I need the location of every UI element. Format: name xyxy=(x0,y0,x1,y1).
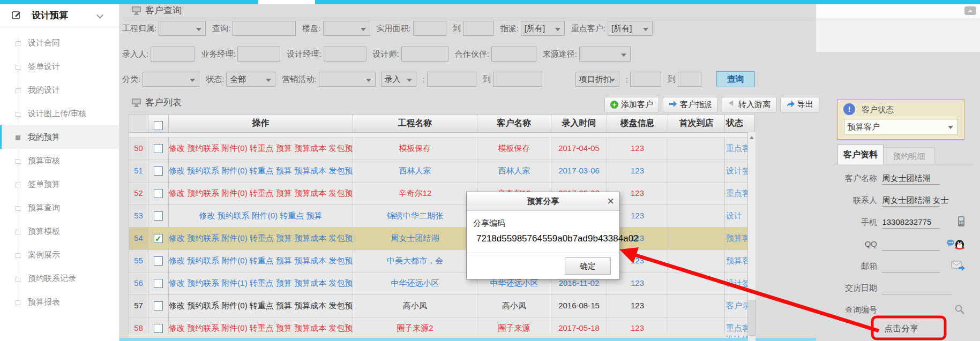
sidebar-item-label: 设计合同 xyxy=(28,38,60,47)
search-icon[interactable] xyxy=(954,304,965,317)
biz-manager-input[interactable] xyxy=(237,47,280,62)
project-name-cell[interactable]: 高小凤 xyxy=(353,295,477,317)
field-email: 邮箱 xyxy=(834,260,975,274)
row-operation-links[interactable]: 修改 预约联系 附件(0) 转重点 预算 预算成本 发包预算 xyxy=(169,295,353,317)
email-value[interactable] xyxy=(882,260,940,272)
filter-row-1: 工程归属: 查询: 楼盘: 实用面积: 到 指派: [所有] 重点客户: [所有… xyxy=(122,21,653,36)
mobile-value[interactable]: 13308232775 xyxy=(882,216,940,229)
search-input[interactable] xyxy=(233,21,296,36)
row-operation-links[interactable]: 修改 预约联系 附件(0) 转重点 预算 预算成本 发包预算 xyxy=(169,138,353,160)
row-operation-links[interactable]: 修改 预约联系 附件(0) 转重点 预算 预算成本 发包预算 xyxy=(169,183,353,204)
row-checkbox[interactable] xyxy=(148,205,169,227)
row-operation-links[interactable]: 修改 预约联系 附件(0) 转重点 预算 xyxy=(169,205,353,227)
customer-name-value[interactable]: 周女士团结湖 xyxy=(882,172,940,185)
designer-label: 设计师: xyxy=(373,49,399,59)
state-select[interactable]: 全部 xyxy=(226,72,275,87)
sidebar-item[interactable]: 预算审核 xyxy=(0,149,119,172)
sidebar-item[interactable]: 案例展示 xyxy=(0,243,119,267)
sidebar-item[interactable]: 设计合同 xyxy=(0,31,119,55)
project-owner-select[interactable] xyxy=(159,21,206,36)
mail-forward-icon[interactable] xyxy=(951,260,965,273)
building-info-cell: 123 xyxy=(607,138,668,160)
list-toolbar: + 添加客户 客户指派 转入游离 导出 xyxy=(604,97,819,112)
row-checkbox[interactable] xyxy=(148,183,169,204)
customer-status-select[interactable]: 预算客户 xyxy=(844,119,958,134)
campaign-select[interactable] xyxy=(319,72,376,87)
collapse-panel-button[interactable] xyxy=(964,6,976,15)
contact-value[interactable]: 周女士团结湖 女士 xyxy=(882,194,940,207)
customer-name-label: 客户名称 xyxy=(834,172,877,184)
query-button[interactable]: 查询 xyxy=(716,71,755,87)
source-select[interactable] xyxy=(579,47,631,62)
entry-person-input[interactable] xyxy=(151,47,194,62)
sidebar-item[interactable]: 预算查询 xyxy=(0,196,119,219)
tab-appointment-detail[interactable]: 预约明细 xyxy=(884,147,935,164)
project-name-cell[interactable]: 辛奇尔12 xyxy=(353,183,477,204)
partner-input[interactable] xyxy=(491,47,536,62)
header-status: 状态 xyxy=(725,115,748,132)
row-checkbox[interactable] xyxy=(148,138,169,160)
tab-customer-info[interactable]: 客户资料 xyxy=(837,145,884,164)
qq-icon[interactable] xyxy=(947,238,965,252)
sidebar-item[interactable]: 签单设计 xyxy=(0,55,119,78)
field-mobile: 手机 13308232775 xyxy=(834,216,975,230)
scroll-up-icon[interactable] xyxy=(749,134,754,141)
row-operation-links[interactable]: 修改 预约联系 附件(0) 转重点 预算 预算成本 发包预算 xyxy=(169,250,353,272)
delivery-date-value[interactable] xyxy=(882,282,952,294)
date-to-input[interactable] xyxy=(493,72,542,87)
designer-input[interactable] xyxy=(401,47,448,62)
project-name-cell[interactable]: 中美大都市，会 xyxy=(353,250,477,272)
vip-select[interactable]: [所有] xyxy=(608,21,653,36)
status-cell: 设计签 xyxy=(725,160,748,182)
date-from-input[interactable] xyxy=(427,72,476,87)
ok-button[interactable]: 确定 xyxy=(565,257,611,275)
row-operation-links[interactable]: 修改 预约联系 附件(0) 转重点 预算 预算成本 发包预算 xyxy=(169,228,353,249)
phone-icon[interactable] xyxy=(957,216,965,229)
row-checkbox[interactable] xyxy=(148,272,169,294)
project-name-cell[interactable]: 中华还远小区 xyxy=(353,272,477,294)
row-operation-links[interactable]: 修改 预约联系 附件(0) 转重点 预算 预算成本 发包预算 xyxy=(169,160,353,182)
row-operation-links[interactable]: 修改 预约联系 附件(1) 转重点 预算 预算成本 发包预算 xyxy=(169,272,353,294)
category-select[interactable] xyxy=(143,72,199,87)
sidebar-root-item[interactable]: 设计预算 xyxy=(0,4,119,27)
export-button[interactable]: 导出 xyxy=(780,97,819,112)
assign-customer-button[interactable]: 客户指派 xyxy=(663,97,718,112)
row-checkbox[interactable] xyxy=(148,295,169,317)
click-to-share-link[interactable]: 点击分享 xyxy=(884,323,918,335)
status-cell: 重点客 xyxy=(725,138,748,160)
qq-value[interactable] xyxy=(882,238,940,251)
discount-from-input[interactable] xyxy=(630,72,661,87)
sidebar-item[interactable]: 预算模板 xyxy=(0,219,119,243)
scrollbar-thumb[interactable] xyxy=(749,300,755,336)
row-checkbox[interactable] xyxy=(148,250,169,272)
sidebar-item[interactable]: 设计图上传/审核 xyxy=(0,102,119,125)
assign-select[interactable]: [所有] xyxy=(521,21,565,36)
query-number-value[interactable] xyxy=(882,304,940,316)
bullet-icon xyxy=(16,277,20,282)
discount-to-input[interactable] xyxy=(678,72,701,87)
sidebar-item[interactable]: 签单预算 xyxy=(0,172,119,196)
project-name-cell[interactable]: 锦绣中华二期张 xyxy=(353,205,477,227)
field-delivery-date: 交房日期 xyxy=(834,282,975,296)
discount-select[interactable]: 项目折扣 xyxy=(575,72,619,87)
to-free-button[interactable]: 转入游离 xyxy=(722,97,776,112)
sidebar-item[interactable]: 预算报表 xyxy=(0,290,119,314)
building-select[interactable] xyxy=(323,21,370,36)
project-name-cell[interactable]: 模板保存 xyxy=(353,138,477,160)
date-type-select[interactable]: 录入 xyxy=(381,72,416,87)
sidebar-item[interactable]: 我的预算 xyxy=(0,125,119,149)
project-name-cell[interactable]: 周女士团结湖 xyxy=(353,228,477,249)
project-name-cell[interactable]: 西林人家 xyxy=(353,160,477,182)
sidebar-item[interactable]: 预约联系记录 xyxy=(0,267,119,290)
add-customer-button[interactable]: + 添加客户 xyxy=(604,97,659,112)
table-scrollbar[interactable] xyxy=(747,132,755,341)
sidebar-item[interactable]: 我的设计 xyxy=(0,78,119,102)
close-icon[interactable]: × xyxy=(607,194,614,209)
area-from-input[interactable] xyxy=(413,21,446,36)
row-checkbox[interactable] xyxy=(148,160,169,182)
row-checkbox[interactable] xyxy=(148,228,169,249)
header-select-all-checkbox[interactable] xyxy=(148,115,169,132)
area-to-input[interactable] xyxy=(463,21,494,36)
row-number: 54 xyxy=(129,228,148,249)
design-manager-input[interactable] xyxy=(324,47,366,62)
